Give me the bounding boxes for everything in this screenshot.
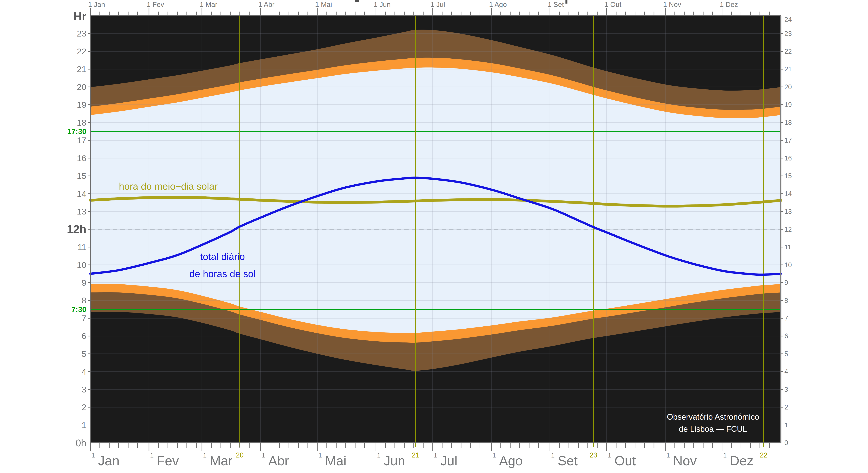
y-axis-unit-label: Hr — [73, 10, 86, 23]
right-hour-label: 7 — [784, 314, 788, 322]
cropped-title-fragment — [355, 0, 359, 2]
bottom-month-label: Set — [558, 453, 578, 468]
left-hour-label: 18 — [77, 118, 86, 127]
left-hour-label: 19 — [77, 100, 86, 109]
top-month-label: 1 Jun — [374, 1, 391, 8]
right-hour-label: 1 — [784, 421, 788, 429]
solar-noon-curve-label: hora do meio−dia solar — [119, 181, 218, 192]
bottom-day1-label: 1 — [434, 452, 437, 459]
right-hour-label: 12 — [784, 226, 792, 233]
top-month-label: 1 Jul — [430, 1, 445, 8]
left-hour-label: 6 — [82, 331, 86, 341]
right-hour-label: 5 — [784, 350, 788, 358]
left-hour-label: 21 — [77, 64, 86, 74]
top-month-label: 1 Abr — [258, 1, 274, 8]
left-hour-label: 13 — [77, 207, 86, 216]
right-hour-label: 9 — [784, 279, 788, 286]
left-hour-label: 3 — [82, 385, 86, 394]
bottom-day1-label: 1 — [666, 452, 670, 459]
top-month-label: 1 Mar — [200, 1, 217, 8]
bottom-month-label: Fev — [157, 453, 179, 468]
daylight-hours-chart-page: 1 Jan1Jan1 Fev1Fev1 Mar1Mar1 Abr1Abr1 Ma… — [0, 0, 868, 473]
right-hour-label: 8 — [784, 297, 788, 304]
left-hour-label: 16 — [77, 153, 86, 163]
bottom-month-label: Jan — [98, 453, 120, 468]
left-hour-label: 17 — [77, 135, 86, 145]
right-hour-label: 23 — [784, 30, 792, 37]
right-hour-label: 17 — [784, 137, 792, 144]
bottom-month-label: Jul — [440, 453, 458, 468]
top-month-label: 1 Dez — [720, 1, 738, 8]
left-hour-label: 15 — [77, 171, 86, 181]
right-hour-label: 3 — [784, 386, 788, 393]
season-date-label: 23 — [590, 451, 597, 459]
bottom-month-label: Mar — [210, 453, 232, 468]
right-hour-label: 21 — [784, 65, 792, 73]
right-hour-label: 2 — [784, 403, 788, 411]
season-date-label: 21 — [412, 451, 420, 459]
right-hour-label: 20 — [784, 83, 792, 91]
left-hour-label: 12h — [67, 223, 86, 236]
green-line-label: 17:30 — [67, 127, 86, 136]
bottom-month-label: Nov — [673, 453, 697, 468]
top-month-label: 1 Set — [548, 1, 564, 8]
right-hour-label: 24 — [784, 16, 792, 23]
left-hour-label: 1 — [82, 420, 86, 430]
right-hour-label: 10 — [784, 261, 792, 269]
right-hour-label: 11 — [784, 243, 791, 251]
right-hour-label: 13 — [784, 208, 792, 215]
left-hour-label: 4 — [82, 367, 86, 376]
left-hour-label: 10 — [77, 260, 86, 270]
right-hour-label: 16 — [784, 155, 792, 162]
green-line-label: 7:30 — [71, 305, 86, 314]
bottom-month-label: Dez — [730, 453, 753, 468]
season-date-label: 20 — [236, 451, 244, 459]
daylight-curve-label-line1: total diário — [200, 251, 245, 262]
top-month-label: 1 Out — [604, 1, 622, 8]
bottom-day1-label: 1 — [92, 452, 95, 459]
cropped-title-fragment — [565, 0, 567, 4]
right-hour-label: 14 — [784, 190, 792, 198]
top-month-label: 1 Jan — [88, 1, 105, 8]
left-hour-label: 0h — [75, 438, 86, 448]
bottom-month-label: Abr — [268, 453, 289, 468]
left-hour-label: 8 — [82, 296, 86, 305]
right-hour-label: 19 — [784, 101, 792, 108]
left-hour-label: 22 — [77, 46, 86, 56]
left-hour-label: 11 — [78, 242, 86, 252]
daylight-curve-label-line2: de horas de sol — [189, 268, 256, 279]
left-hour-label: 9 — [82, 278, 86, 288]
bottom-day1-label: 1 — [150, 452, 153, 459]
bottom-month-label: Out — [614, 453, 636, 468]
top-month-label: 1 Mai — [315, 1, 332, 8]
bottom-day1-label: 1 — [551, 452, 555, 459]
left-hour-label: 5 — [82, 349, 86, 359]
top-month-label: 1 Fev — [147, 1, 164, 8]
bottom-day1-label: 1 — [608, 452, 611, 459]
left-hour-label: 2 — [82, 402, 86, 412]
right-hour-label: 4 — [784, 368, 788, 375]
bottom-month-label: Jun — [384, 453, 405, 468]
bottom-day1-label: 1 — [261, 452, 265, 459]
top-month-label: 1 Ago — [489, 1, 507, 8]
right-hour-label: 15 — [784, 172, 792, 180]
right-hour-label: 22 — [784, 48, 792, 55]
bottom-day1-label: 1 — [377, 452, 380, 459]
bottom-day1-label: 1 — [203, 452, 207, 459]
right-hour-label: 6 — [784, 332, 788, 340]
left-hour-label: 20 — [77, 82, 86, 92]
season-date-label: 22 — [760, 451, 768, 459]
daylight-chart: 1 Jan1Jan1 Fev1Fev1 Mar1Mar1 Abr1Abr1 Ma… — [0, 0, 868, 473]
bottom-day1-label: 1 — [723, 452, 726, 459]
left-hour-label: 7 — [82, 313, 86, 323]
credit-line2: de Lisboa — FCUL — [679, 425, 747, 433]
top-month-label: 1 Nov — [663, 1, 681, 8]
right-hour-label: 0 — [784, 439, 788, 446]
credit-line1: Observatório Astronómico — [667, 412, 759, 421]
bottom-month-label: Mai — [325, 453, 346, 468]
bottom-day1-label: 1 — [318, 452, 322, 459]
bottom-month-label: Ago — [499, 453, 523, 468]
right-hour-label: 18 — [784, 119, 792, 126]
left-hour-label: 23 — [77, 29, 86, 38]
bottom-day1-label: 1 — [492, 452, 496, 459]
